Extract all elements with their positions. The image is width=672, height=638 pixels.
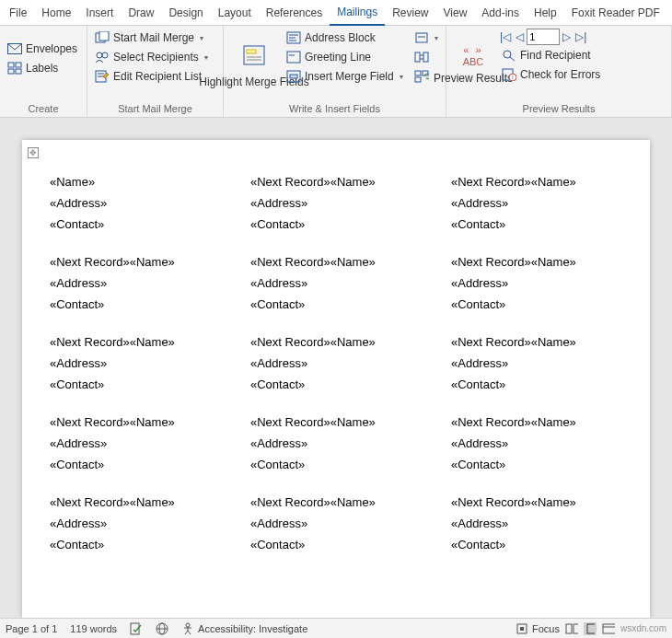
tab-review[interactable]: Review xyxy=(385,1,435,25)
merge-field-text[interactable]: «Address» xyxy=(250,516,422,530)
select-recipients-button[interactable]: Select Recipients ▾ xyxy=(91,48,212,66)
merge-field-text[interactable]: «Contact» xyxy=(451,217,622,231)
web-layout-button[interactable] xyxy=(602,622,615,635)
merge-field-text[interactable]: «Next Record»«Name» xyxy=(50,335,221,349)
label-cell[interactable]: «Name»«Address»«Contact» xyxy=(50,168,221,248)
merge-field-text[interactable]: «Next Record»«Name» xyxy=(451,335,622,349)
merge-field-text[interactable]: «Next Record»«Name» xyxy=(451,495,622,509)
language-icon[interactable] xyxy=(156,622,168,635)
label-cell[interactable]: «Next Record»«Name»«Address»«Contact» xyxy=(50,408,221,488)
merge-field-text[interactable]: «Contact» xyxy=(250,458,422,471)
merge-field-text[interactable]: «Next Record»«Name» xyxy=(250,415,422,429)
label-cell[interactable]: «Next Record»«Name»«Address»«Contact» xyxy=(451,408,622,488)
merge-field-text[interactable]: «Next Record»«Name» xyxy=(50,495,221,509)
find-recipient-button[interactable]: Find Recipient xyxy=(498,46,604,64)
merge-field-text[interactable]: «Contact» xyxy=(50,297,221,311)
merge-field-text[interactable]: «Address» xyxy=(250,196,422,210)
rules-button[interactable]: ▾ xyxy=(411,29,442,47)
tab-layout[interactable]: Layout xyxy=(211,1,259,25)
merge-field-text[interactable]: «Contact» xyxy=(50,377,221,391)
merge-field-text[interactable]: «Contact» xyxy=(451,458,622,471)
start-mail-merge-button[interactable]: Start Mail Merge ▾ xyxy=(91,29,212,47)
document-page[interactable]: ✥ «Name»«Address»«Contact»«Next Record»«… xyxy=(22,140,650,618)
highlight-merge-fields-button[interactable]: Highlight Merge Fields xyxy=(227,29,281,99)
check-errors-button[interactable]: ! Check for Errors xyxy=(498,65,604,84)
first-record-button[interactable]: |◁ xyxy=(498,30,513,43)
tab-home[interactable]: Home xyxy=(34,1,78,25)
merge-field-text[interactable]: «Next Record»«Name» xyxy=(250,495,422,509)
tab-foxit-reader-pdf[interactable]: Foxit Reader PDF xyxy=(564,1,667,25)
label-cell[interactable]: «Next Record»«Name»«Address»«Contact» xyxy=(50,328,221,408)
greeting-line-button[interactable]: Greeting Line xyxy=(283,48,407,66)
merge-field-text[interactable]: «Next Record»«Name» xyxy=(250,335,422,349)
labels-button[interactable]: Labels xyxy=(4,59,81,77)
label-cell[interactable]: «Next Record»«Name»«Address»«Contact» xyxy=(250,328,422,408)
merge-field-text[interactable]: «Next Record»«Name» xyxy=(451,255,622,269)
merge-field-text[interactable]: «Contact» xyxy=(50,217,221,231)
merge-field-text[interactable]: «Next Record»«Name» xyxy=(50,415,221,429)
tab-file[interactable]: File xyxy=(2,1,34,25)
record-number-input[interactable] xyxy=(527,29,560,45)
prev-record-button[interactable]: ◁ xyxy=(514,30,526,43)
label-cell[interactable]: «Next Record»«Name»«Address»«Contact» xyxy=(50,488,221,568)
merge-field-text[interactable]: «Contact» xyxy=(50,538,221,551)
label-cell[interactable]: «Next Record»«Name»«Address»«Contact» xyxy=(451,248,622,328)
merge-field-text[interactable]: «Address» xyxy=(50,436,221,450)
label-cell[interactable]: «Next Record»«Name»«Address»«Contact» xyxy=(451,328,622,408)
accessibility-status[interactable]: Accessibility: Investigate xyxy=(181,622,307,635)
document-area[interactable]: ✥ «Name»«Address»«Contact»«Next Record»«… xyxy=(0,118,672,618)
merge-field-text[interactable]: «Contact» xyxy=(250,297,422,311)
merge-field-text[interactable]: «Next Record»«Name» xyxy=(250,175,422,189)
tab-references[interactable]: References xyxy=(259,1,330,25)
next-record-button[interactable]: ▷ xyxy=(561,30,573,43)
merge-field-text[interactable]: «Next Record»«Name» xyxy=(50,255,221,269)
label-cell[interactable]: «Next Record»«Name»«Address»«Contact» xyxy=(250,248,422,328)
merge-field-text[interactable]: «Address» xyxy=(250,356,422,370)
merge-field-text[interactable]: «Contact» xyxy=(250,217,422,231)
print-layout-button[interactable] xyxy=(584,622,597,635)
tab-design[interactable]: Design xyxy=(161,1,210,25)
edit-recipient-list-button[interactable]: Edit Recipient List xyxy=(91,67,212,86)
match-fields-button[interactable] xyxy=(411,48,442,66)
merge-field-text[interactable]: «Address» xyxy=(451,276,622,290)
merge-field-text[interactable]: «Address» xyxy=(50,196,221,210)
merge-field-text[interactable]: «Contact» xyxy=(451,377,622,391)
table-anchor-icon[interactable]: ✥ xyxy=(28,147,39,158)
merge-field-text[interactable]: «Contact» xyxy=(451,297,622,311)
merge-field-text[interactable]: «Next Record»«Name» xyxy=(250,255,422,269)
merge-field-text[interactable]: «Next Record»«Name» xyxy=(451,175,622,189)
merge-field-text[interactable]: «Contact» xyxy=(50,458,221,471)
tab-draw[interactable]: Draw xyxy=(121,1,161,25)
label-cell[interactable]: «Next Record»«Name»«Address»«Contact» xyxy=(250,168,422,248)
read-mode-button[interactable] xyxy=(565,622,578,635)
merge-field-text[interactable]: «Address» xyxy=(50,276,221,290)
preview-results-button[interactable]: « » ABC Preview Results xyxy=(450,29,496,99)
merge-field-text[interactable]: «Address» xyxy=(451,516,622,530)
last-record-button[interactable]: ▷| xyxy=(574,30,588,43)
label-cell[interactable]: «Next Record»«Name»«Address»«Contact» xyxy=(50,248,221,328)
page-indicator[interactable]: Page 1 of 1 xyxy=(6,623,57,634)
merge-field-text[interactable]: «Contact» xyxy=(250,538,422,551)
merge-field-text[interactable]: «Address» xyxy=(451,436,622,450)
merge-field-text[interactable]: «Address» xyxy=(451,196,622,210)
tab-add-ins[interactable]: Add-ins xyxy=(474,1,527,25)
merge-field-text[interactable]: «Contact» xyxy=(250,377,422,391)
merge-field-text[interactable]: «Address» xyxy=(250,436,422,450)
label-cell[interactable]: «Next Record»«Name»«Address»«Contact» xyxy=(451,168,622,248)
spellcheck-icon[interactable] xyxy=(130,622,143,635)
tab-view[interactable]: View xyxy=(436,1,475,25)
merge-field-text[interactable]: «Next Record»«Name» xyxy=(451,415,622,429)
merge-field-text[interactable]: «Contact» xyxy=(451,538,622,551)
focus-button[interactable]: Focus xyxy=(516,622,560,635)
merge-field-text[interactable]: «Address» xyxy=(250,276,422,290)
label-cell[interactable]: «Next Record»«Name»«Address»«Contact» xyxy=(250,408,422,488)
merge-field-text[interactable]: «Address» xyxy=(50,516,221,530)
word-count[interactable]: 119 words xyxy=(70,623,117,634)
tab-mailings[interactable]: Mailings xyxy=(330,0,385,26)
label-cell[interactable]: «Next Record»«Name»«Address»«Contact» xyxy=(451,488,622,568)
tab-insert[interactable]: Insert xyxy=(78,1,121,25)
merge-field-text[interactable]: «Name» xyxy=(50,175,221,189)
envelopes-button[interactable]: Envelopes xyxy=(4,40,81,58)
address-block-button[interactable]: Address Block xyxy=(283,29,407,47)
label-cell[interactable]: «Next Record»«Name»«Address»«Contact» xyxy=(250,488,422,568)
